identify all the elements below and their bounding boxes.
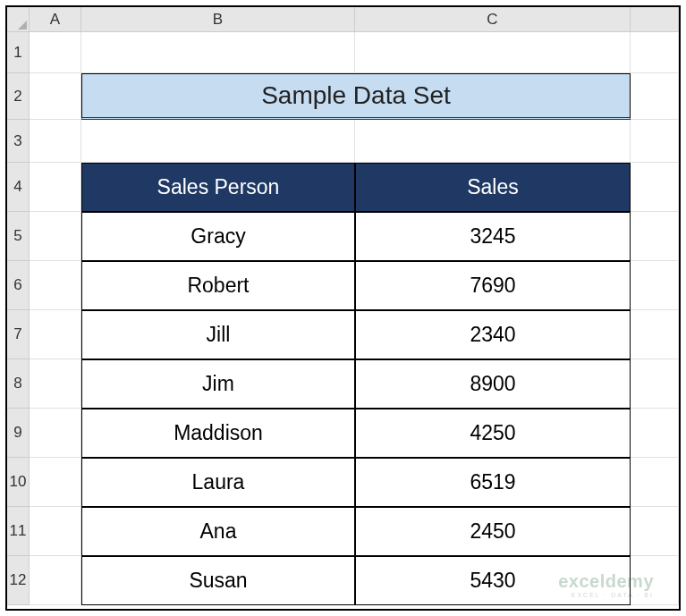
cell-d4[interactable] (631, 163, 679, 212)
cell-b1[interactable] (81, 32, 355, 73)
row-header-5[interactable]: 5 (7, 212, 30, 261)
cell-d3[interactable] (631, 120, 679, 163)
cell-d11[interactable] (631, 507, 679, 556)
table-row: Ana 2450 (30, 507, 679, 556)
cell-d9[interactable] (631, 409, 679, 458)
grid-area: Sample Data Set Sales Person Sales Gracy… (30, 32, 679, 605)
cell-a2[interactable] (30, 73, 81, 120)
cell-a10[interactable] (30, 458, 81, 507)
row-header-6[interactable]: 6 (7, 261, 30, 310)
watermark-sub: EXCEL · DATA · BI (558, 592, 654, 598)
sales-person-cell[interactable]: Gracy (81, 212, 355, 261)
cell-d7[interactable] (631, 310, 679, 359)
cell-c1[interactable] (355, 32, 631, 73)
sales-person-cell[interactable]: Ana (81, 507, 355, 556)
cell-a11[interactable] (30, 507, 81, 556)
cell-d2[interactable] (631, 73, 679, 120)
sales-cell[interactable]: 3245 (355, 212, 631, 261)
sales-person-cell[interactable]: Laura (81, 458, 355, 507)
cell-a7[interactable] (30, 310, 81, 359)
cell-a8[interactable] (30, 359, 81, 409)
cell-d6[interactable] (631, 261, 679, 310)
cell-a9[interactable] (30, 409, 81, 458)
header-sales[interactable]: Sales (355, 163, 631, 212)
col-header-d[interactable] (631, 7, 679, 32)
cell-d5[interactable] (631, 212, 679, 261)
row-headers: 1 2 3 4 5 6 7 8 9 10 11 12 (7, 32, 30, 605)
sales-cell[interactable]: 2450 (355, 507, 631, 556)
table-row: Maddison 4250 (30, 409, 679, 458)
table-row: Jill 2340 (30, 310, 679, 359)
row-header-4[interactable]: 4 (7, 163, 30, 212)
row-header-8[interactable]: 8 (7, 359, 30, 409)
cell-d10[interactable] (631, 458, 679, 507)
row-header-7[interactable]: 7 (7, 310, 30, 359)
sales-person-cell[interactable]: Jim (81, 359, 355, 409)
select-all-button[interactable] (7, 7, 30, 32)
cell-a3[interactable] (30, 120, 81, 163)
table-row: Robert 7690 (30, 261, 679, 310)
cell-c3[interactable] (355, 120, 631, 163)
row-header-2[interactable]: 2 (7, 73, 30, 120)
cell-a5[interactable] (30, 212, 81, 261)
cell-a6[interactable] (30, 261, 81, 310)
watermark: exceldemy EXCEL · DATA · BI (558, 571, 654, 598)
table-row: Gracy 3245 (30, 212, 679, 261)
col-header-a[interactable]: A (30, 7, 81, 32)
sales-cell[interactable]: 2340 (355, 310, 631, 359)
sales-cell[interactable]: 4250 (355, 409, 631, 458)
row-header-12[interactable]: 12 (7, 556, 30, 605)
spreadsheet-wrapper: A B C 1 2 3 4 5 6 7 8 9 10 11 12 Sample … (5, 5, 681, 611)
sales-person-cell[interactable]: Robert (81, 261, 355, 310)
column-headers: A B C (30, 7, 679, 32)
col-header-c[interactable]: C (355, 7, 631, 32)
sales-cell[interactable]: 6519 (355, 458, 631, 507)
sales-person-cell[interactable]: Maddison (81, 409, 355, 458)
row-header-1[interactable]: 1 (7, 32, 30, 73)
col-header-b[interactable]: B (81, 7, 355, 32)
watermark-main: exceldemy (558, 571, 654, 592)
sales-person-cell[interactable]: Jill (81, 310, 355, 359)
table-row: Jim 8900 (30, 359, 679, 409)
row-header-3[interactable]: 3 (7, 120, 30, 163)
cell-d8[interactable] (631, 359, 679, 409)
header-sales-person[interactable]: Sales Person (81, 163, 355, 212)
cell-b3[interactable] (81, 120, 355, 163)
sales-person-cell[interactable]: Susan (81, 556, 355, 605)
table-row: Laura 6519 (30, 458, 679, 507)
row-header-11[interactable]: 11 (7, 507, 30, 556)
cell-a12[interactable] (30, 556, 81, 605)
sales-cell[interactable]: 7690 (355, 261, 631, 310)
cell-a1[interactable] (30, 32, 81, 73)
row-header-9[interactable]: 9 (7, 409, 30, 458)
cell-d1[interactable] (631, 32, 679, 73)
sales-cell[interactable]: 8900 (355, 359, 631, 409)
cell-a4[interactable] (30, 163, 81, 212)
row-header-10[interactable]: 10 (7, 458, 30, 507)
title-cell[interactable]: Sample Data Set (81, 73, 631, 120)
